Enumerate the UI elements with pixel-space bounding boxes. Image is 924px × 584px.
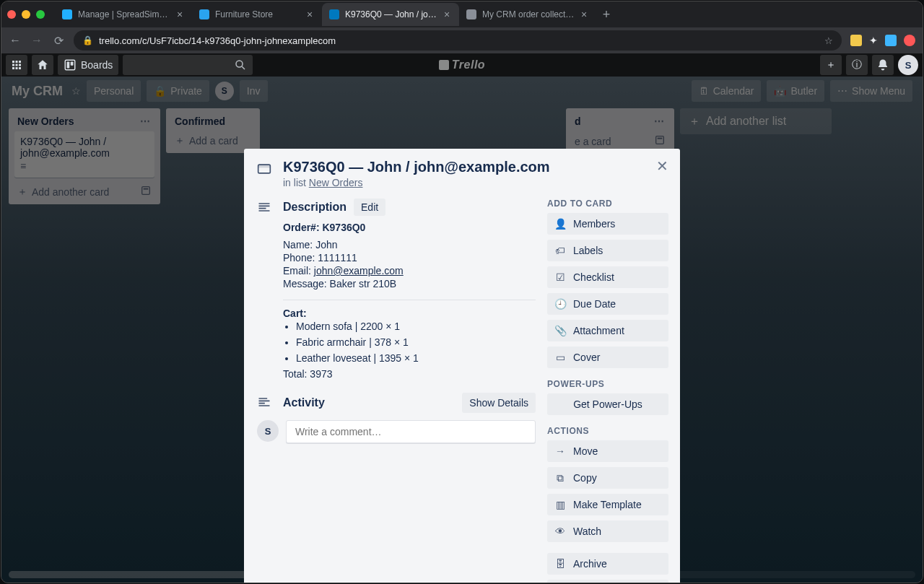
- extension-icon[interactable]: [850, 35, 862, 46]
- url-text: trello.com/c/UsF7icbc/14-k9736q0-john-jo…: [99, 35, 336, 46]
- minimize-window-dot[interactable]: [22, 10, 30, 19]
- favicon-icon: [329, 9, 339, 19]
- browser-tab[interactable]: My CRM order collection | Inte ×: [459, 3, 596, 26]
- list-link[interactable]: New Orders: [309, 177, 363, 188]
- svg-rect-9: [258, 165, 271, 167]
- extensions-menu-icon[interactable]: ✦: [869, 35, 878, 46]
- sidebar-heading: ADD TO CARD: [547, 199, 668, 209]
- boards-icon: [64, 58, 77, 71]
- comment-input[interactable]: [286, 420, 536, 443]
- sidebar-heading: POWER-UPS: [547, 379, 668, 389]
- show-details-button[interactable]: Show Details: [462, 393, 536, 413]
- archive-icon: 🗄: [554, 558, 566, 570]
- svg-rect-1: [67, 62, 70, 69]
- account-avatar[interactable]: S: [898, 55, 918, 75]
- favicon-icon: [199, 9, 209, 19]
- browser-tab-active[interactable]: K9736Q0 — John / john@exam ×: [322, 3, 459, 26]
- cart-item: Modern sofa | 2200 × 1: [296, 321, 536, 332]
- card-sidebar: ADD TO CARD 👤Members 🏷Labels ☑Checklist …: [547, 199, 668, 583]
- order-number: Order#: K9736Q0: [283, 222, 536, 233]
- create-button[interactable]: ＋: [820, 55, 842, 75]
- close-tab-icon[interactable]: ×: [305, 9, 315, 19]
- copy-icon: ⧉: [554, 472, 566, 484]
- members-icon: 👤: [554, 218, 566, 230]
- archive-button[interactable]: 🗄Archive: [547, 553, 668, 575]
- make-template-button[interactable]: ▥Make Template: [547, 494, 668, 515]
- clock-icon: 🕘: [554, 298, 566, 310]
- members-button[interactable]: 👤Members: [547, 213, 668, 235]
- sidebar-heading: ACTIONS: [547, 426, 668, 436]
- back-button[interactable]: ←: [9, 34, 22, 47]
- email-link[interactable]: john@example.com: [314, 265, 404, 276]
- boards-label: Boards: [81, 59, 113, 71]
- info-button[interactable]: ⓘ: [846, 55, 868, 75]
- tab-title: K9736Q0 — John / john@exam: [345, 9, 437, 19]
- close-window-dot[interactable]: [7, 10, 16, 19]
- cart-item: Leather loveseat | 1395 × 1: [296, 352, 536, 364]
- labels-button[interactable]: 🏷Labels: [547, 240, 668, 261]
- svg-point-3: [236, 61, 243, 67]
- notifications-button[interactable]: [872, 55, 894, 75]
- tab-title: My CRM order collection | Inte: [482, 9, 575, 19]
- description-heading: Description: [283, 201, 346, 214]
- description-content[interactable]: Order#: K9736Q0 Name: John Phone: 111111…: [283, 222, 536, 380]
- board-area: My CRM ☆ Personal 🔒Private S Inv 🗓Calend…: [1, 77, 923, 583]
- attachment-button[interactable]: 📎Attachment: [547, 320, 668, 341]
- activity-heading: Activity: [283, 396, 452, 409]
- description-icon: [257, 200, 273, 217]
- activity-icon: [257, 395, 273, 412]
- copy-button[interactable]: ⧉Copy: [547, 467, 668, 489]
- customer-email: Email: john@example.com: [283, 265, 536, 276]
- customer-name: Name: John: [283, 239, 536, 250]
- cover-button[interactable]: ▭Cover: [547, 347, 668, 368]
- due-date-button[interactable]: 🕘Due Date: [547, 293, 668, 315]
- close-modal-button[interactable]: ✕: [656, 159, 668, 173]
- extension-icon[interactable]: [885, 35, 897, 46]
- extension-icons: ✦: [850, 35, 915, 46]
- arrow-right-icon: →: [554, 445, 566, 457]
- watch-button[interactable]: 👁Watch: [547, 520, 668, 542]
- close-tab-icon[interactable]: ×: [175, 9, 185, 19]
- new-tab-button[interactable]: +: [596, 7, 616, 22]
- forward-button[interactable]: →: [30, 34, 43, 47]
- lock-icon: 🔒: [82, 35, 93, 45]
- user-avatar[interactable]: S: [257, 420, 279, 442]
- cart-heading: Cart:: [283, 308, 536, 319]
- checklist-icon: ☑: [554, 271, 566, 283]
- close-tab-icon[interactable]: ×: [442, 9, 452, 19]
- address-bar[interactable]: 🔒 trello.com/c/UsF7icbc/14-k9736q0-john-…: [74, 30, 842, 51]
- move-button[interactable]: →Move: [547, 440, 668, 462]
- maximize-window-dot[interactable]: [36, 10, 45, 19]
- card-modal: ✕ K9736Q0 — John / john@example.com in l…: [244, 149, 680, 583]
- share-button[interactable]: ↗Share: [547, 580, 668, 583]
- svg-rect-2: [71, 62, 74, 66]
- labels-icon: 🏷: [554, 245, 566, 256]
- search-input[interactable]: [123, 55, 253, 75]
- eye-icon: 👁: [554, 526, 566, 537]
- tab-title: Manage | SpreadSimple: [78, 9, 170, 19]
- card-list-location: in list New Orders: [283, 177, 550, 188]
- apps-menu-button[interactable]: [6, 55, 27, 75]
- get-powerups-button[interactable]: Get Power-Ups: [547, 393, 668, 415]
- bookmark-star-icon[interactable]: ☆: [824, 35, 833, 46]
- browser-tab-strip: Manage | SpreadSimple × Furniture Store …: [1, 1, 923, 27]
- favicon-icon: [466, 9, 476, 19]
- customer-message: Message: Baker str 210B: [283, 278, 536, 289]
- edit-description-button[interactable]: Edit: [354, 199, 385, 216]
- attachment-icon: 📎: [554, 325, 566, 336]
- card-title[interactable]: K9736Q0 — John / john@example.com: [283, 159, 550, 175]
- reload-button[interactable]: ⟳: [52, 34, 65, 48]
- checklist-button[interactable]: ☑Checklist: [547, 266, 668, 288]
- close-tab-icon[interactable]: ×: [579, 9, 589, 19]
- divider: [283, 300, 536, 300]
- browser-tab[interactable]: Manage | SpreadSimple ×: [55, 3, 192, 26]
- card-icon: [257, 162, 273, 179]
- home-button[interactable]: [32, 55, 53, 75]
- extension-icon[interactable]: [904, 35, 915, 46]
- boards-menu-button[interactable]: Boards: [58, 55, 118, 75]
- svg-rect-0: [65, 60, 75, 70]
- browser-tab[interactable]: Furniture Store ×: [192, 3, 322, 26]
- cart-total: Total: 3973: [283, 368, 536, 380]
- customer-phone: Phone: 1111111: [283, 252, 536, 263]
- favicon-icon: [62, 9, 72, 19]
